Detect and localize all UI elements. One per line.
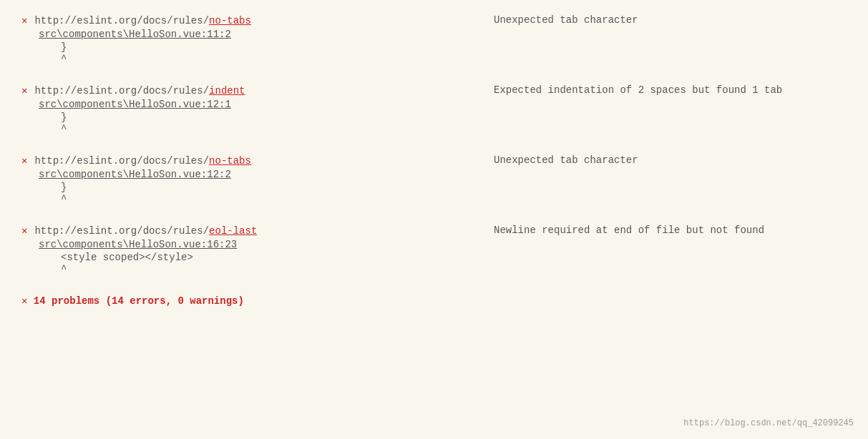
error-url-rule[interactable]: no-tabs xyxy=(209,15,251,26)
error-url-base: http://eslint.org/docs/rules/ xyxy=(34,15,209,26)
summary-line: ✕ 14 problems (14 errors, 0 warnings) xyxy=(21,295,847,307)
error-url: http://eslint.org/docs/rules/no-tabs xyxy=(34,155,250,167)
error-list: ✕http://eslint.org/docs/rules/no-tabsUne… xyxy=(21,14,847,275)
error-block-2: ✕http://eslint.org/docs/rules/indentExpe… xyxy=(21,84,847,134)
error-icon: ✕ xyxy=(21,84,27,97)
error-block-1: ✕http://eslint.org/docs/rules/no-tabsUne… xyxy=(21,14,847,64)
error-location: src\components\HelloSon.vue:12:2 xyxy=(39,169,847,180)
error-code: } xyxy=(61,182,847,193)
error-code: } xyxy=(61,112,847,123)
error-icon: ✕ xyxy=(21,154,27,167)
error-url: http://eslint.org/docs/rules/no-tabs xyxy=(34,15,250,26)
error-url-rule[interactable]: eol-last xyxy=(209,225,257,237)
error-location: src\components\HelloSon.vue:12:1 xyxy=(39,99,847,110)
error-url: http://eslint.org/docs/rules/indent xyxy=(34,85,245,97)
error-icon: ✕ xyxy=(21,14,27,26)
error-block-3: ✕http://eslint.org/docs/rules/no-tabsUne… xyxy=(21,154,847,204)
error-location: src\components\HelloSon.vue:16:23 xyxy=(39,239,847,250)
error-caret: ^ xyxy=(61,263,847,275)
error-caret: ^ xyxy=(61,123,847,134)
error-message: Expected indentation of 2 spaces but fou… xyxy=(494,84,782,96)
error-code: } xyxy=(61,41,847,53)
error-code: <style scoped></style> xyxy=(61,252,847,263)
error-url-rule[interactable]: indent xyxy=(209,85,245,97)
error-header-3: ✕http://eslint.org/docs/rules/no-tabsUne… xyxy=(21,154,847,167)
error-message: Unexpected tab character xyxy=(494,14,638,26)
error-header-2: ✕http://eslint.org/docs/rules/indentExpe… xyxy=(21,84,847,97)
error-icon: ✕ xyxy=(21,225,27,237)
error-caret: ^ xyxy=(61,53,847,64)
error-url-base: http://eslint.org/docs/rules/ xyxy=(34,85,209,97)
error-location: src\components\HelloSon.vue:11:2 xyxy=(39,29,847,40)
error-url-base: http://eslint.org/docs/rules/ xyxy=(34,225,209,237)
error-header-4: ✕http://eslint.org/docs/rules/eol-lastNe… xyxy=(21,225,847,237)
footer-url: https://blog.csdn.net/qq_42099245 xyxy=(683,418,854,428)
error-message: Unexpected tab character xyxy=(494,154,638,166)
error-block-4: ✕http://eslint.org/docs/rules/eol-lastNe… xyxy=(21,225,847,275)
error-message: Newline required at end of file but not … xyxy=(494,225,764,236)
error-caret: ^ xyxy=(61,193,847,204)
error-url: http://eslint.org/docs/rules/eol-last xyxy=(34,225,257,237)
error-header-1: ✕http://eslint.org/docs/rules/no-tabsUne… xyxy=(21,14,847,26)
error-url-rule[interactable]: no-tabs xyxy=(209,155,251,167)
error-url-base: http://eslint.org/docs/rules/ xyxy=(34,155,209,167)
